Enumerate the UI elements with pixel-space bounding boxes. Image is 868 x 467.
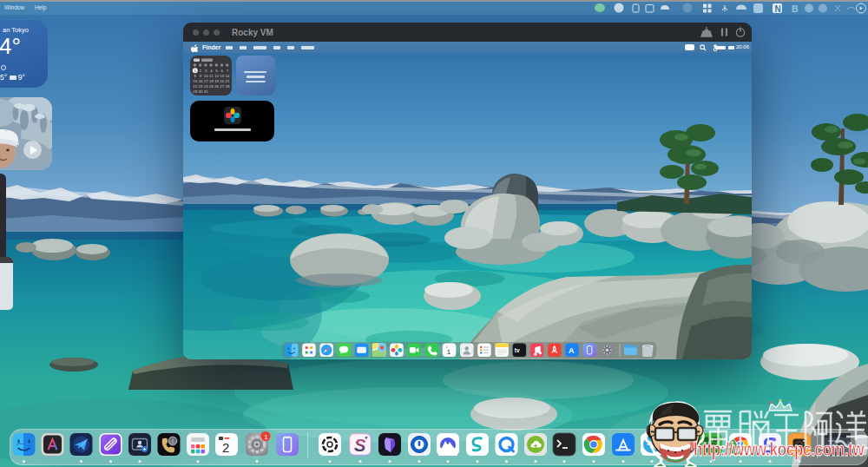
svg-text:31: 31 [204,89,208,94]
svg-text:B: B [792,3,799,14]
svg-text:22: 22 [193,84,197,89]
svg-text:17: 17 [204,79,208,83]
svg-text:10: 10 [204,74,208,78]
svg-text:12: 12 [214,74,219,78]
svg-text:27: 27 [220,84,224,89]
svg-text:1: 1 [264,433,268,441]
svg-text:16: 16 [199,79,203,83]
svg-text:N: N [775,4,781,14]
svg-text:30: 30 [199,89,203,94]
svg-text:S: S [354,436,366,455]
svg-text:3: 3 [205,69,207,73]
svg-text:4: 4 [210,69,213,73]
svg-text:13: 13 [220,74,224,78]
svg-text:24: 24 [204,84,208,89]
svg-text:18: 18 [209,79,214,83]
svg-text:21: 21 [226,79,230,83]
svg-text:2: 2 [200,69,202,73]
svg-text:A: A [569,346,575,355]
svg-text:28: 28 [226,84,230,89]
svg-text:25: 25 [209,84,214,89]
svg-text:1: 1 [447,348,451,356]
svg-text:7: 7 [227,69,229,73]
svg-text:6: 6 [221,69,224,73]
svg-text:15: 15 [193,79,197,83]
svg-text:8: 8 [194,74,197,78]
svg-text:14: 14 [226,74,230,78]
svg-text:19: 19 [214,79,219,83]
svg-text:23: 23 [199,84,203,89]
svg-text:29: 29 [193,89,197,94]
svg-text:26: 26 [214,84,219,89]
svg-text:11: 11 [209,74,214,78]
svg-text:5: 5 [215,69,218,73]
svg-text:2: 2 [222,440,229,455]
svg-text:9: 9 [200,74,202,78]
svg-text:20: 20 [220,79,224,83]
svg-text:tv: tv [515,347,520,353]
